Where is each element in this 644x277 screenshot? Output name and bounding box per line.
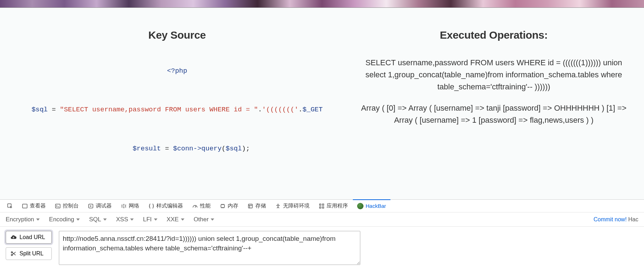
hackbar-body: Load URL Split URL [0, 227, 644, 269]
menu-lfi[interactable]: LFI [143, 216, 157, 223]
php-var-sql: $sql [32, 106, 48, 113]
executed-query: SELECT username,password FROM users WHER… [356, 57, 631, 93]
executed-result: Array ( [0] => Array ( [username] => tan… [356, 102, 631, 126]
svg-rect-9 [320, 207, 321, 208]
tab-style-editor[interactable]: 样式编辑器 [144, 200, 187, 212]
menu-encryption[interactable]: Encryption [6, 216, 40, 223]
application-icon [319, 203, 324, 209]
url-input[interactable] [59, 231, 360, 265]
php-open-tag: <?php [167, 67, 187, 75]
php-var-result: $result [133, 145, 161, 153]
tab-debugger[interactable]: 调试器 [84, 200, 116, 212]
svg-rect-8 [322, 204, 324, 205]
executed-ops-title: Executed Operations: [354, 29, 633, 41]
caret-down-icon [76, 218, 80, 221]
debugger-icon [88, 203, 94, 209]
caret-down-icon [181, 218, 184, 221]
key-source-column: Key Source <?php $sql = "SELECT username… [0, 29, 354, 199]
menu-xxe[interactable]: XXE [167, 216, 184, 223]
tab-application[interactable]: 应用程序 [315, 200, 352, 212]
executed-ops-text: SELECT username,password FROM users WHER… [354, 57, 633, 126]
hackbar-icon [357, 203, 363, 209]
executed-ops-column: Executed Operations: SELECT username,pas… [354, 29, 644, 199]
performance-icon [192, 203, 198, 209]
devtools-panel: 查看器 控制台 调试器 网络 样式编辑器 性能 内存 存储 [0, 199, 644, 277]
memory-icon [220, 203, 226, 209]
split-url-button[interactable]: Split URL [6, 247, 52, 260]
style-icon [149, 203, 154, 209]
menu-xss[interactable]: XSS [116, 216, 134, 223]
commit-link[interactable]: Commit now! [594, 216, 627, 222]
caret-down-icon [211, 218, 214, 221]
tab-inspector[interactable]: 查看器 [18, 200, 50, 212]
menu-other[interactable]: Other [194, 216, 215, 223]
svg-rect-2 [56, 204, 60, 208]
network-icon [121, 203, 127, 209]
tab-memory[interactable]: 内存 [216, 200, 243, 212]
tab-console[interactable]: 控制台 [51, 200, 83, 212]
inspector-icon [22, 203, 28, 209]
tab-storage[interactable]: 存储 [243, 200, 270, 212]
cloud-download-icon [10, 234, 17, 240]
svg-rect-1 [23, 204, 27, 208]
header-banner [0, 0, 644, 8]
tab-network[interactable]: 网络 [117, 200, 144, 212]
menu-encoding[interactable]: Encoding [49, 216, 80, 223]
svg-point-6 [278, 204, 279, 205]
caret-down-icon [36, 218, 40, 221]
caret-down-icon [130, 218, 134, 221]
hackbar-commit: Commit now! Hac [594, 216, 638, 223]
tab-accessibility[interactable]: 无障碍环境 [271, 200, 314, 212]
main-content: Key Source <?php $sql = "SELECT username… [0, 8, 644, 199]
menu-sql[interactable]: SQL [89, 216, 107, 223]
hackbar-menu: Encryption Encoding SQL XSS LFI XXE Othe… [0, 212, 644, 227]
element-picker-icon [7, 203, 13, 209]
key-source-title: Key Source [0, 29, 354, 41]
svg-rect-10 [322, 207, 324, 208]
caret-down-icon [154, 218, 157, 221]
caret-down-icon [103, 218, 107, 221]
load-url-button[interactable]: Load URL [6, 231, 52, 244]
accessibility-icon [275, 203, 281, 209]
devtools-picker[interactable] [3, 200, 17, 212]
url-buttons: Load URL Split URL [6, 231, 52, 260]
console-icon [55, 203, 61, 209]
svg-rect-7 [320, 204, 321, 205]
svg-rect-5 [249, 204, 252, 208]
php-code: <?php $sql = "SELECT username,password F… [32, 57, 323, 172]
tab-performance[interactable]: 性能 [188, 200, 215, 212]
svg-rect-4 [221, 205, 224, 207]
scissors-icon [10, 250, 17, 257]
devtools-tabs: 查看器 控制台 调试器 网络 样式编辑器 性能 内存 存储 [0, 200, 644, 212]
storage-icon [248, 203, 253, 209]
tab-hackbar[interactable]: HackBar [353, 199, 390, 212]
